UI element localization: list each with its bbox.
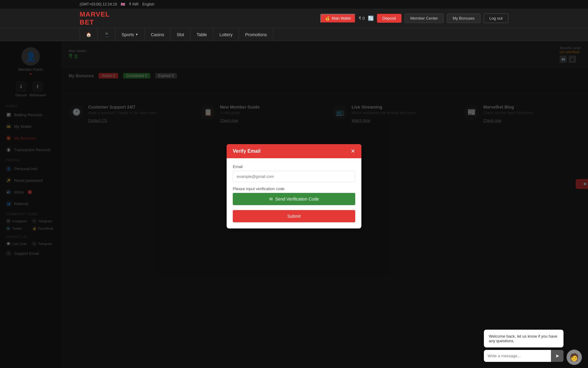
modal-overlay: Verify Email ✕ Email Please input verifi… <box>0 41 588 368</box>
nav-casino[interactable]: Casino <box>145 28 171 41</box>
timezone: (GMT+03:00) 12:24:19 <box>80 2 117 6</box>
logout-button[interactable]: Log out <box>484 13 508 23</box>
refresh-icon[interactable]: 🔄 <box>368 15 374 21</box>
chat-message-input[interactable] <box>484 350 551 362</box>
nav-home[interactable]: 🏠 <box>80 28 98 41</box>
chat-widget: Welcome back, let us know if you have an… <box>484 330 564 362</box>
language: English <box>142 2 154 6</box>
chat-send-button[interactable]: ➤ <box>551 350 564 362</box>
header-right: 💰 Main Wallet ₹ 0 🔄 Deposit Member Cente… <box>320 13 508 23</box>
content-area: Main Wallet ₹ 0 Security Level Un-Verifi… <box>61 41 588 368</box>
logo-bet: BET <box>80 18 94 26</box>
currency: ₹ INR <box>129 2 139 6</box>
nav-table[interactable]: Table <box>190 28 213 41</box>
logo-marvel: MARVEL <box>80 10 110 18</box>
wallet-icon: 💰 <box>325 16 330 21</box>
deposit-button[interactable]: Deposit <box>377 14 401 23</box>
nav-sports[interactable]: Sports ▼ <box>115 28 145 41</box>
email-label: Email <box>233 164 355 169</box>
mobile-icon: 📱 <box>104 32 109 37</box>
modal-header: Verify Email ✕ <box>227 144 361 158</box>
chat-agent-avatar: 🧑 <box>567 350 582 365</box>
chevron-down-icon: ▼ <box>135 33 138 36</box>
my-bonuses-button[interactable]: My Bonuses <box>447 13 481 23</box>
modal-title: Verify Email <box>233 148 261 154</box>
nav-lottery[interactable]: Lottery <box>213 28 239 41</box>
flag-icon: 🇬🇧 <box>121 2 125 6</box>
logo: MARVEL BET <box>80 10 110 26</box>
verify-email-modal: Verify Email ✕ Email Please input verifi… <box>227 144 361 228</box>
chat-bubble: Welcome back, let us know if you have an… <box>484 330 564 347</box>
home-icon: 🏠 <box>86 32 91 37</box>
nav-slot[interactable]: Slot <box>171 28 190 41</box>
chat-send-icon: ➤ <box>555 353 559 358</box>
nav-promotions[interactable]: Promotions <box>239 28 273 41</box>
top-bar: (GMT+03:00) 12:24:19 🇬🇧 ₹ INR English <box>0 0 588 9</box>
header: MARVEL BET 💰 Main Wallet ₹ 0 🔄 Deposit M… <box>0 9 588 28</box>
nav-mobile[interactable]: 📱 <box>98 28 115 41</box>
modal-body: Email Please input verification code ✉ S… <box>227 158 361 228</box>
verification-label: Please input verification code <box>233 186 355 191</box>
member-center-button[interactable]: Member Center <box>405 13 444 23</box>
balance-display: ₹ 0 <box>359 16 364 21</box>
email-input[interactable] <box>233 171 355 182</box>
chat-input-row: ➤ <box>484 350 564 362</box>
send-code-icon: ✉ <box>269 197 273 201</box>
send-verification-code-button[interactable]: ✉ Send Verification Code <box>233 193 355 205</box>
main-wallet-button[interactable]: 💰 Main Wallet <box>320 14 356 23</box>
modal-close-button[interactable]: ✕ <box>351 148 355 154</box>
submit-button[interactable]: Submit <box>233 210 355 222</box>
main-area: 👤 Member Points ⬇ Deposit ⬆ Withdrawal F… <box>0 41 588 368</box>
nav: 🏠 📱 Sports ▼ Casino Slot Table Lottery P… <box>0 28 588 41</box>
